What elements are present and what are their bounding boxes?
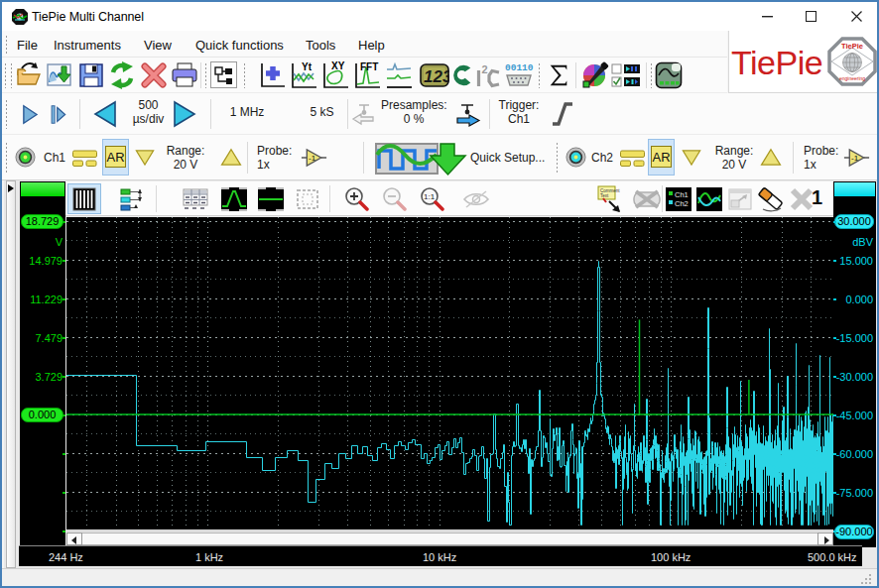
svg-text:1:1: 1:1: [424, 192, 436, 201]
svg-text:2: 2: [482, 63, 488, 75]
svg-text:Ch2: Ch2: [675, 199, 689, 208]
svg-text:-1: -1: [851, 154, 859, 163]
svg-text:-1: -1: [309, 154, 316, 163]
svg-text:Text: Text: [600, 193, 609, 198]
svg-text:engineering: engineering: [839, 75, 865, 81]
svg-text:TiePie: TiePie: [841, 42, 863, 51]
svg-text:00110: 00110: [505, 62, 534, 73]
svg-text:123: 123: [424, 67, 449, 86]
svg-text:Comment: Comment: [600, 188, 620, 193]
svg-text:FFT: FFT: [360, 61, 378, 72]
svg-text:Yt: Yt: [302, 61, 313, 72]
svg-text:Ch1: Ch1: [675, 190, 689, 199]
svg-text:XY: XY: [331, 61, 345, 71]
